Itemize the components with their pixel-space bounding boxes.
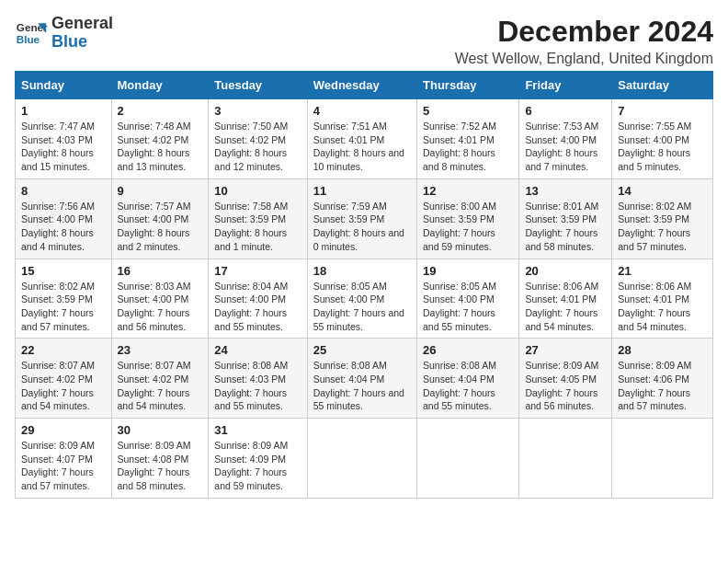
sunset-label: Sunset: 4:03 PM xyxy=(21,134,93,145)
sunset-label: Sunset: 4:08 PM xyxy=(118,454,189,465)
daylight-label: Daylight: 8 hours and 13 minutes. xyxy=(118,147,190,172)
daylight-label: Daylight: 8 hours and 5 minutes. xyxy=(618,147,690,172)
sunrise-label: Sunrise: 8:07 AM xyxy=(118,360,191,371)
day-number: 22 xyxy=(21,343,106,357)
sunrise-label: Sunrise: 7:53 AM xyxy=(525,121,598,132)
header-friday: Friday xyxy=(519,72,612,99)
daylight-label: Daylight: 8 hours and 4 minutes. xyxy=(21,227,94,252)
day-info: Sunrise: 7:55 AM Sunset: 4:00 PM Dayligh… xyxy=(618,120,707,174)
title-block: December 2024 West Wellow, England, Unit… xyxy=(455,15,713,67)
svg-text:Blue: Blue xyxy=(17,33,40,45)
sunrise-label: Sunrise: 7:50 AM xyxy=(214,121,288,132)
daylight-label: Daylight: 7 hours and 59 minutes. xyxy=(214,466,287,491)
sunset-label: Sunset: 4:00 PM xyxy=(423,293,495,304)
day-number: 21 xyxy=(618,264,707,278)
day-number: 18 xyxy=(313,264,411,278)
day-number: 16 xyxy=(118,264,203,278)
header-monday: Monday xyxy=(111,72,209,99)
calendar-cell: 14 Sunrise: 8:02 AM Sunset: 3:59 PM Dayl… xyxy=(612,178,713,259)
sunrise-label: Sunrise: 8:09 AM xyxy=(21,440,95,451)
calendar-cell xyxy=(307,419,416,499)
sunset-label: Sunset: 3:59 PM xyxy=(21,293,93,304)
sunset-label: Sunset: 4:02 PM xyxy=(21,373,93,385)
main-title: December 2024 xyxy=(455,15,713,49)
calendar-cell: 4 Sunrise: 7:51 AM Sunset: 4:01 PM Dayli… xyxy=(307,99,416,179)
sunset-label: Sunset: 4:01 PM xyxy=(618,293,689,304)
calendar-cell: 19 Sunrise: 8:05 AM Sunset: 4:00 PM Dayl… xyxy=(417,259,519,339)
header-tuesday: Tuesday xyxy=(209,72,307,99)
calendar-cell: 15 Sunrise: 8:02 AM Sunset: 3:59 PM Dayl… xyxy=(16,259,112,339)
day-number: 17 xyxy=(214,264,301,278)
day-number: 12 xyxy=(423,184,513,198)
day-info: Sunrise: 8:08 AM Sunset: 4:04 PM Dayligh… xyxy=(313,359,411,413)
sunrise-label: Sunrise: 8:00 AM xyxy=(423,201,496,212)
daylight-label: Daylight: 8 hours and 0 minutes. xyxy=(313,227,404,252)
daylight-label: Daylight: 7 hours and 55 minutes. xyxy=(214,307,287,332)
sunset-label: Sunset: 4:04 PM xyxy=(313,373,385,385)
sunset-label: Sunset: 4:00 PM xyxy=(525,134,597,145)
day-number: 4 xyxy=(313,104,411,118)
calendar-cell: 31 Sunrise: 8:09 AM Sunset: 4:09 PM Dayl… xyxy=(209,419,307,499)
daylight-label: Daylight: 7 hours and 55 minutes. xyxy=(214,387,287,412)
header-thursday: Thursday xyxy=(417,72,519,99)
daylight-label: Daylight: 8 hours and 12 minutes. xyxy=(214,147,287,172)
calendar-week-2: 8 Sunrise: 7:56 AM Sunset: 4:00 PM Dayli… xyxy=(16,178,713,259)
calendar-cell: 1 Sunrise: 7:47 AM Sunset: 4:03 PM Dayli… xyxy=(16,99,112,179)
day-number: 20 xyxy=(525,264,606,278)
daylight-label: Daylight: 8 hours and 7 minutes. xyxy=(525,147,597,172)
calendar-table: SundayMondayTuesdayWednesdayThursdayFrid… xyxy=(15,71,713,499)
sunset-label: Sunset: 4:09 PM xyxy=(214,454,286,465)
day-info: Sunrise: 7:57 AM Sunset: 4:00 PM Dayligh… xyxy=(118,200,203,254)
sunset-label: Sunset: 4:01 PM xyxy=(525,293,597,304)
sunset-label: Sunset: 3:59 PM xyxy=(214,213,286,224)
header-sunday: Sunday xyxy=(16,72,112,99)
calendar-week-3: 15 Sunrise: 8:02 AM Sunset: 3:59 PM Dayl… xyxy=(16,259,713,339)
sunrise-label: Sunrise: 7:52 AM xyxy=(423,121,496,132)
day-number: 14 xyxy=(618,184,707,198)
day-number: 30 xyxy=(118,423,203,437)
day-info: Sunrise: 7:56 AM Sunset: 4:00 PM Dayligh… xyxy=(21,200,106,254)
calendar-cell: 9 Sunrise: 7:57 AM Sunset: 4:00 PM Dayli… xyxy=(111,178,209,259)
day-number: 10 xyxy=(214,184,301,198)
sunrise-label: Sunrise: 8:08 AM xyxy=(423,360,496,371)
day-info: Sunrise: 8:09 AM Sunset: 4:08 PM Dayligh… xyxy=(118,439,203,493)
daylight-label: Daylight: 7 hours and 56 minutes. xyxy=(525,387,597,412)
header-wednesday: Wednesday xyxy=(307,72,416,99)
day-info: Sunrise: 8:06 AM Sunset: 4:01 PM Dayligh… xyxy=(618,280,707,334)
daylight-label: Daylight: 7 hours and 54 minutes. xyxy=(618,307,690,332)
daylight-label: Daylight: 7 hours and 57 minutes. xyxy=(618,227,690,252)
sunset-label: Sunset: 4:00 PM xyxy=(313,293,385,304)
daylight-label: Daylight: 7 hours and 58 minutes. xyxy=(525,227,597,252)
sunrise-label: Sunrise: 8:06 AM xyxy=(525,281,598,292)
sunrise-label: Sunrise: 8:04 AM xyxy=(214,281,288,292)
daylight-label: Daylight: 7 hours and 58 minutes. xyxy=(118,466,190,491)
sunset-label: Sunset: 4:04 PM xyxy=(423,373,495,385)
day-number: 11 xyxy=(313,184,411,198)
day-number: 23 xyxy=(118,343,203,357)
sunrise-label: Sunrise: 8:02 AM xyxy=(618,201,691,212)
day-number: 7 xyxy=(618,104,707,118)
calendar-cell: 8 Sunrise: 7:56 AM Sunset: 4:00 PM Dayli… xyxy=(16,178,112,259)
calendar-cell: 6 Sunrise: 7:53 AM Sunset: 4:00 PM Dayli… xyxy=(519,99,612,179)
sunrise-label: Sunrise: 8:05 AM xyxy=(313,281,387,292)
daylight-label: Daylight: 7 hours and 55 minutes. xyxy=(313,307,404,332)
sunrise-label: Sunrise: 8:08 AM xyxy=(214,360,288,371)
daylight-label: Daylight: 7 hours and 54 minutes. xyxy=(21,387,94,412)
page-header: General Blue General Blue December 2024 … xyxy=(15,15,713,67)
day-number: 2 xyxy=(118,104,203,118)
logo-icon: General Blue xyxy=(15,17,48,50)
day-number: 5 xyxy=(423,104,513,118)
sunset-label: Sunset: 4:00 PM xyxy=(118,213,189,224)
calendar-cell: 18 Sunrise: 8:05 AM Sunset: 4:00 PM Dayl… xyxy=(307,259,416,339)
sunrise-label: Sunrise: 8:02 AM xyxy=(21,281,95,292)
calendar-cell: 25 Sunrise: 8:08 AM Sunset: 4:04 PM Dayl… xyxy=(307,339,416,419)
sunset-label: Sunset: 3:59 PM xyxy=(423,213,495,224)
day-info: Sunrise: 7:50 AM Sunset: 4:02 PM Dayligh… xyxy=(214,120,301,174)
day-number: 26 xyxy=(423,343,513,357)
header-saturday: Saturday xyxy=(612,72,713,99)
sunrise-label: Sunrise: 7:55 AM xyxy=(618,121,691,132)
day-info: Sunrise: 8:08 AM Sunset: 4:03 PM Dayligh… xyxy=(214,359,301,413)
sunset-label: Sunset: 4:06 PM xyxy=(618,373,689,385)
calendar-cell: 22 Sunrise: 8:07 AM Sunset: 4:02 PM Dayl… xyxy=(16,339,112,419)
day-info: Sunrise: 8:09 AM Sunset: 4:06 PM Dayligh… xyxy=(618,359,707,413)
